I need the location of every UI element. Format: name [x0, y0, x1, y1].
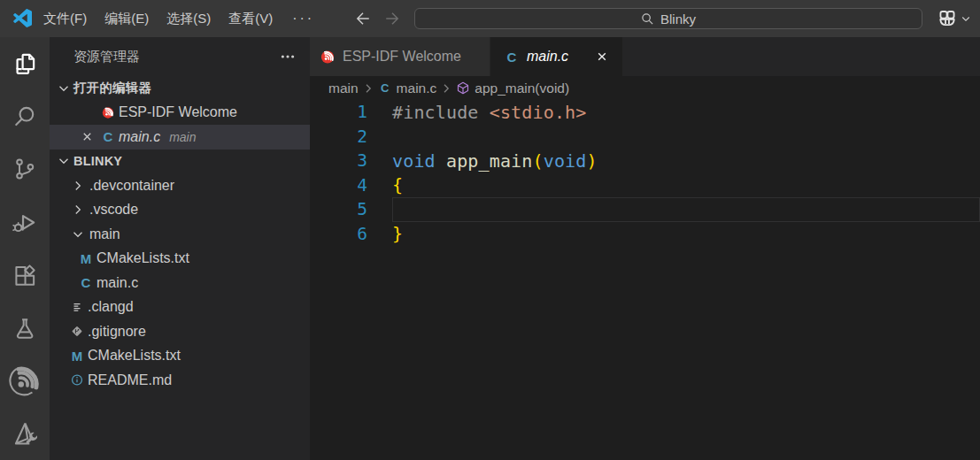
code-line-3: 3void app_main(void): [310, 149, 980, 173]
tree-file-main-c[interactable]: Cmain.c: [50, 271, 310, 295]
code-token: (: [533, 150, 544, 172]
activitybar-item-explorer[interactable]: [0, 37, 50, 90]
menu-edit[interactable]: 编辑(E): [96, 0, 158, 37]
code-line-6: 6}: [310, 222, 980, 247]
code-token: }: [392, 223, 403, 244]
breadcrumb-label: main.c: [397, 80, 437, 96]
tree-folder--devcontainer[interactable]: .devcontainer: [50, 173, 310, 198]
tab-main-c[interactable]: Cmain.c: [490, 37, 623, 76]
copilot-icon[interactable]: [936, 7, 959, 30]
menu-file[interactable]: 文件(F): [35, 0, 96, 37]
folder-label: .vscode: [89, 202, 138, 218]
tab-label: ESP-IDF Welcome: [343, 49, 461, 65]
open-editor-label: main.c: [119, 129, 160, 145]
code-text: void app_main(void): [367, 150, 598, 172]
line-number: 3: [310, 150, 367, 171]
code-text: #include <stdio.h>: [367, 102, 586, 123]
tree-folder--vscode[interactable]: .vscode: [50, 198, 310, 223]
folder-label: .devcontainer: [89, 178, 174, 194]
run-and-debug-icon: [11, 208, 40, 237]
breadcrumb-separator-icon: [439, 81, 453, 96]
menu-more-ellipsis[interactable]: ···: [282, 11, 325, 27]
breadcrumb-label: app_main(void): [475, 80, 569, 96]
tree-file--gitignore[interactable]: .gitignore: [50, 319, 310, 344]
cmake-file-icon: M: [80, 251, 92, 265]
code-token: ): [586, 150, 597, 172]
editor-group: ESP-IDF WelcomeCmain.c mainCmain.capp_ma…: [310, 37, 980, 460]
close-icon[interactable]: [80, 130, 94, 144]
source-control-icon: [11, 155, 39, 183]
folder-label: main: [89, 226, 120, 242]
sidebar-title: 资源管理器: [73, 49, 140, 65]
chevron-right-icon: [71, 203, 85, 217]
file-label: CMakeLists.txt: [96, 250, 189, 266]
line-number: 2: [310, 126, 367, 147]
search-icon: [11, 103, 39, 131]
tab-bar: ESP-IDF WelcomeCmain.c: [310, 37, 980, 76]
sidebar-title-bar: 资源管理器: [50, 37, 310, 76]
code-token: [436, 150, 446, 172]
breadcrumb-item[interactable]: app_main(void): [456, 80, 569, 96]
file-label: main.c: [96, 275, 138, 291]
activitybar-item-extensions[interactable]: [0, 249, 50, 302]
code-token: <stdio.h>: [490, 102, 587, 123]
activitybar-item-testing[interactable]: [0, 302, 50, 355]
breadcrumb-item[interactable]: Cmain.c: [378, 80, 437, 96]
tree-folder-main[interactable]: main: [50, 222, 310, 247]
explorer-icon: [11, 49, 40, 78]
open-editor-label: ESP-IDF Welcome: [119, 104, 237, 120]
title-bar: 文件(F) 编辑(E) 选择(S) 查看(V) ··· Blinky: [0, 0, 980, 37]
c-file-icon: C: [80, 276, 92, 290]
menu-selection[interactable]: 选择(S): [158, 0, 220, 37]
tree-file-cmakelists-txt[interactable]: MCMakeLists.txt: [50, 247, 310, 272]
chevron-down-icon: [71, 227, 85, 242]
line-number: 1: [310, 102, 367, 122]
code-token: [479, 102, 490, 123]
c-file-icon: C: [378, 81, 392, 96]
command-center-search[interactable]: Blinky: [414, 8, 922, 29]
code-token: app_main: [446, 150, 533, 172]
code-text: {: [367, 174, 403, 196]
breadcrumb-label: main: [328, 80, 359, 96]
nav-back-arrow[interactable]: [354, 10, 372, 27]
cmake-tools-icon: [11, 419, 40, 448]
activitybar-item-espressif-idf[interactable]: [0, 355, 50, 408]
close-icon[interactable]: [594, 47, 609, 66]
command-center-text: Blinky: [660, 12, 696, 27]
copilot-menu[interactable]: [936, 0, 971, 37]
search-icon: [641, 12, 654, 26]
tree-file-readme-md[interactable]: README.md: [50, 368, 310, 393]
open-editor-main-c[interactable]: Cmain.cmain: [50, 125, 310, 150]
section-label: 打开的编辑器: [73, 80, 151, 96]
open-editor-esp-idf-welcome[interactable]: ESP-IDF Welcome: [50, 101, 310, 126]
readme-info-icon: [71, 373, 83, 387]
tab-esp-idf-welcome[interactable]: ESP-IDF Welcome: [310, 37, 490, 76]
code-line-4: 4{: [310, 173, 980, 198]
more-actions-icon[interactable]: [280, 49, 296, 65]
vscode-logo-icon: [13, 9, 32, 27]
menu-view[interactable]: 查看(V): [220, 0, 282, 37]
breadcrumb-separator-icon: [361, 81, 375, 96]
tree-file--clangd[interactable]: .clangd: [50, 295, 310, 320]
code-editor[interactable]: 1#include <stdio.h>23void app_main(void)…: [310, 100, 980, 460]
activitybar-item-run-debug[interactable]: [0, 196, 50, 249]
activitybar-item-source-control[interactable]: [0, 143, 50, 196]
tab-label: main.c: [527, 49, 568, 65]
file-label: .gitignore: [88, 324, 146, 340]
chevron-right-icon: [71, 179, 85, 193]
activitybar-item-cmake-tools[interactable]: [0, 407, 50, 460]
chevron-down-icon[interactable]: [961, 13, 971, 24]
chevron-down-icon: [57, 154, 71, 168]
file-label: README.md: [88, 372, 172, 388]
code-token: void: [392, 150, 436, 172]
line-number: 5: [310, 199, 367, 219]
code-token: #include: [392, 102, 479, 123]
section-header-open-editors[interactable]: 打开的编辑器: [50, 76, 310, 101]
section-header-blinky[interactable]: BLINKY: [50, 150, 310, 174]
breadcrumb-item[interactable]: main: [328, 80, 359, 96]
symbol-method-icon: [456, 81, 470, 96]
nav-forward-arrow[interactable]: [383, 10, 401, 27]
menu-bar: 文件(F) 编辑(E) 选择(S) 查看(V) ···: [35, 0, 325, 37]
tree-file-cmakelists-txt[interactable]: MCMakeLists.txt: [50, 344, 310, 369]
activitybar-item-search[interactable]: [0, 90, 50, 143]
